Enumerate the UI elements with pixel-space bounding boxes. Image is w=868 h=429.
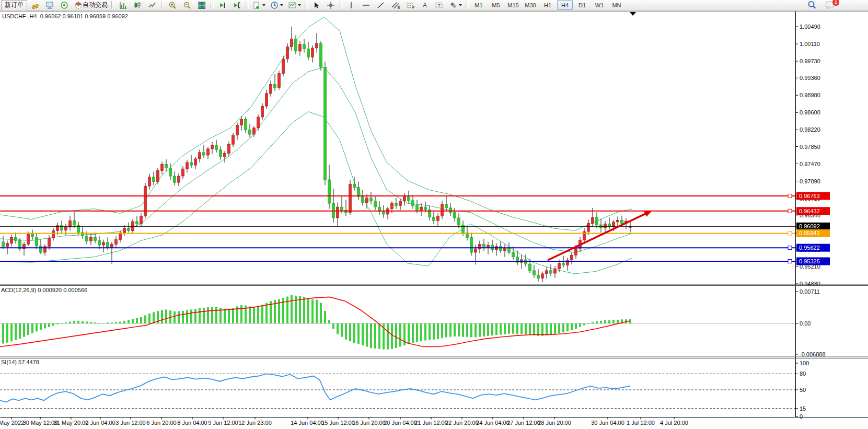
macd-histogram-bar [228, 309, 230, 323]
line-handle[interactable] [788, 246, 792, 250]
macd-histogram-bar [102, 323, 105, 323]
macd-histogram-bar [52, 323, 54, 326]
chevron-down-icon[interactable] [298, 4, 301, 6]
cursor-tool-button[interactable] [310, 0, 323, 10]
terminal-button[interactable] [43, 0, 56, 10]
chevron-down-icon[interactable] [280, 4, 283, 6]
price-tag-label: 0.96092 [799, 223, 820, 229]
template-button[interactable] [286, 0, 303, 10]
tab-timeframe-W1[interactable]: W1 [592, 0, 607, 10]
candle [228, 144, 230, 153]
macd-histogram-bar [240, 305, 242, 323]
macd-histogram-bar [391, 323, 393, 349]
trendline-tool-button[interactable] [374, 0, 387, 10]
chart-shift-button[interactable] [230, 0, 244, 10]
tab-timeframe-M30[interactable]: M30 [523, 0, 538, 10]
macd-histogram-bar [27, 323, 29, 335]
fibonacci-tool-button[interactable]: F [403, 0, 416, 10]
search-button[interactable] [805, 0, 818, 10]
zoom-out-icon [183, 1, 192, 9]
arrows-icon [449, 1, 458, 9]
cursor-icon [312, 1, 321, 9]
market-watch-button[interactable] [29, 0, 42, 10]
trend-arrow-head[interactable] [644, 211, 652, 217]
line-handle[interactable] [788, 194, 792, 198]
chart-area[interactable]: 1.004901.001100.997300.993600.989800.986… [0, 0, 868, 429]
macd-histogram-bar [291, 295, 293, 323]
tab-timeframe-D1[interactable]: D1 [574, 0, 590, 10]
time-tick-label: 31 May 20:00 [54, 420, 89, 426]
period-button[interactable] [269, 0, 285, 10]
tab-timeframe-M15[interactable]: M15 [505, 0, 521, 10]
candle [587, 223, 590, 231]
fibonacci-icon: F [406, 1, 415, 9]
macd-histogram-bar [378, 323, 380, 349]
candle [608, 224, 611, 226]
candle [153, 177, 155, 182]
candle [541, 274, 544, 279]
auto-trading-button[interactable]: 自动交易 [73, 0, 109, 10]
tab-timeframe-M1[interactable]: M1 [471, 0, 487, 10]
line-handle[interactable] [788, 209, 792, 213]
new-order-label: 新订单 [5, 1, 24, 9]
candle [474, 249, 477, 252]
bar-chart-mode-button[interactable] [117, 0, 130, 10]
macd-histogram-bar [94, 322, 96, 323]
line-chart-mode-button[interactable] [146, 0, 159, 10]
candle [148, 177, 151, 186]
tile-windows-button[interactable] [195, 0, 209, 10]
channel-tool-button[interactable]: E [389, 0, 402, 10]
tab-timeframe-H4[interactable]: H4 [557, 0, 573, 10]
macd-histogram-bar [537, 323, 539, 336]
macd-histogram-bar [48, 323, 50, 327]
candlestick-mode-button[interactable] [131, 0, 144, 10]
candle [98, 240, 101, 245]
new-chart-button[interactable] [251, 0, 267, 10]
candle [604, 224, 607, 228]
macd-histogram-bar [466, 323, 468, 337]
zoom-out-button[interactable] [181, 0, 194, 10]
zoom-in-button[interactable] [166, 0, 179, 10]
price-tick-label: 0.98220 [800, 126, 820, 133]
macd-histogram-bar [161, 310, 163, 323]
crosshair-tool-button[interactable] [325, 0, 338, 10]
line-handle[interactable] [788, 231, 792, 235]
macd-histogram-bar [520, 323, 523, 334]
chevron-down-icon[interactable] [459, 4, 462, 6]
macd-histogram-bar [199, 308, 201, 323]
macd-histogram-bar [303, 297, 305, 323]
auto-scroll-button[interactable] [216, 0, 229, 10]
horizontal-line-tool-button[interactable] [360, 0, 373, 10]
macd-histogram-bar [562, 323, 564, 332]
candle [119, 233, 122, 240]
bollinger-lower-band [0, 112, 632, 274]
candle [546, 271, 548, 274]
candle [370, 198, 373, 201]
candle [554, 269, 557, 273]
macd-histogram-bar [119, 322, 121, 323]
text-tool-button[interactable]: A [418, 0, 431, 10]
label-tool-button[interactable]: T [433, 0, 446, 10]
candle [387, 209, 389, 214]
macd-histogram-bar [249, 306, 251, 323]
macd-histogram-bar [533, 323, 535, 335]
time-tick-label: 27 Jun 12:00 [507, 420, 540, 426]
tab-timeframe-H1[interactable]: H1 [540, 0, 555, 10]
macd-histogram-bar [6, 323, 8, 343]
chevron-down-icon[interactable] [262, 4, 265, 6]
signals-button[interactable] [58, 0, 71, 10]
notifications-button[interactable]: 1 [824, 0, 837, 10]
candle [211, 145, 214, 149]
svg-text:E: E [398, 6, 400, 9]
arrows-tool-button[interactable] [447, 0, 464, 10]
macd-histogram-bar [353, 323, 355, 343]
chart-shift-marker[interactable] [630, 12, 636, 16]
candle [31, 234, 34, 237]
vertical-line-tool-button[interactable] [345, 0, 358, 10]
macd-histogram-bar [2, 323, 4, 344]
mt4-window: 新订单 [0, 0, 868, 429]
tab-timeframe-MN[interactable]: MN [609, 0, 624, 10]
line-handle[interactable] [788, 259, 792, 263]
tab-timeframe-M5[interactable]: M5 [488, 0, 504, 10]
new-order-button[interactable]: 新订单 [1, 0, 27, 10]
